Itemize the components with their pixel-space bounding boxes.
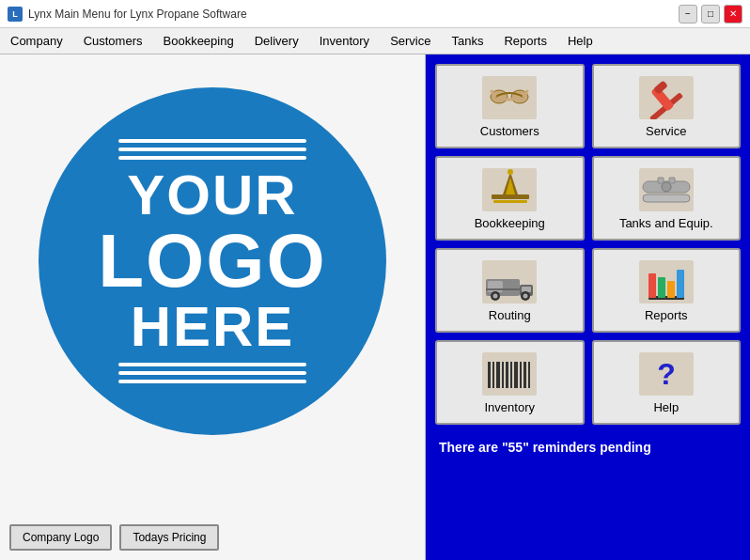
svg-point-14 xyxy=(508,169,513,175)
logo-line-5 xyxy=(118,371,306,375)
app-icon: L xyxy=(8,7,23,22)
svg-point-29 xyxy=(523,293,528,298)
logo-line-4 xyxy=(118,363,306,366)
menu-tanks[interactable]: Tanks xyxy=(441,29,493,53)
svg-rect-12 xyxy=(492,194,529,199)
svg-rect-36 xyxy=(677,270,684,298)
svg-rect-25 xyxy=(522,287,531,292)
company-logo-button[interactable]: Company Logo xyxy=(9,524,112,551)
routing-icon xyxy=(481,259,538,304)
grid-row-1: Customers Service xyxy=(435,64,741,148)
svg-rect-45 xyxy=(520,362,522,388)
inventory-label: Inventory xyxy=(485,400,535,414)
logo-text-here: HERE xyxy=(131,299,295,355)
reports-label: Reports xyxy=(645,308,688,322)
tanks-icon xyxy=(638,167,695,212)
svg-rect-44 xyxy=(514,362,518,388)
logo-text-logo: LOGO xyxy=(98,224,327,299)
tanks-label: Tanks and Equip. xyxy=(619,216,713,230)
svg-rect-19 xyxy=(658,178,664,183)
svg-rect-39 xyxy=(492,362,494,388)
menu-company[interactable]: Company xyxy=(0,29,73,53)
window-title: Lynx Main Menu for Lynx Propane Software xyxy=(28,8,247,21)
menu-customers[interactable]: Customers xyxy=(73,29,153,53)
logo-line-6 xyxy=(118,380,306,383)
minimize-button[interactable]: − xyxy=(679,5,697,23)
reminders-text: There are "55" reminders pending xyxy=(435,436,741,459)
customers-icon xyxy=(481,75,538,120)
svg-rect-42 xyxy=(506,362,508,388)
service-label: Service xyxy=(646,124,686,138)
svg-line-4 xyxy=(492,94,495,96)
svg-rect-40 xyxy=(496,362,500,388)
reports-icon xyxy=(638,259,695,304)
svg-rect-43 xyxy=(510,362,512,388)
btn-inventory[interactable]: Inventory xyxy=(435,340,585,425)
svg-rect-46 xyxy=(523,362,526,388)
btn-service[interactable]: Service xyxy=(592,64,742,148)
btn-bookkeeping[interactable]: Bookkeeping xyxy=(435,156,585,241)
window-controls: − □ ✕ xyxy=(679,5,742,23)
btn-routing[interactable]: Routing xyxy=(435,248,585,333)
help-label: Help xyxy=(653,400,679,414)
menu-help[interactable]: Help xyxy=(557,29,603,53)
maximize-button[interactable]: □ xyxy=(701,5,720,23)
help-icon: ? xyxy=(638,351,695,397)
routing-label: Routing xyxy=(489,308,531,322)
btn-reports[interactable]: Reports xyxy=(592,248,742,333)
main-content: YOUR LOGO HERE Company Logo Todays Prici… xyxy=(0,54,750,560)
customers-label: Customers xyxy=(480,124,539,138)
svg-rect-38 xyxy=(488,362,491,388)
svg-rect-13 xyxy=(493,200,527,203)
logo-circle-outer: YOUR LOGO HERE xyxy=(39,87,386,435)
logo-text-your: YOUR xyxy=(127,167,297,224)
logo-lines-top xyxy=(118,139,306,160)
bookkeeping-label: Bookkeeping xyxy=(475,216,545,230)
svg-text:?: ? xyxy=(657,357,676,391)
svg-rect-20 xyxy=(669,178,675,183)
logo-line-1 xyxy=(118,139,306,143)
title-bar: L Lynx Main Menu for Lynx Propane Softwa… xyxy=(0,0,750,28)
grid-row-4: Inventory ? Help xyxy=(435,340,741,425)
menu-delivery[interactable]: Delivery xyxy=(244,29,309,53)
svg-rect-35 xyxy=(667,281,675,298)
inventory-icon xyxy=(481,351,538,397)
svg-rect-30 xyxy=(486,288,520,290)
btn-customers[interactable]: Customers xyxy=(435,64,585,148)
menu-bookkeeping[interactable]: Bookkeeping xyxy=(153,29,244,53)
todays-pricing-button[interactable]: Todays Pricing xyxy=(119,524,219,551)
grid-row-3: Routing Reports xyxy=(435,248,741,333)
svg-rect-41 xyxy=(502,362,504,388)
close-button[interactable]: ✕ xyxy=(724,5,742,23)
logo-lines-bottom xyxy=(118,363,306,383)
service-icon xyxy=(638,75,695,120)
menu-inventory[interactable]: Inventory xyxy=(309,29,380,53)
svg-line-6 xyxy=(523,94,526,96)
logo-line-3 xyxy=(118,156,306,160)
right-panel: Customers Service xyxy=(426,54,750,560)
menu-bar: Company Customers Bookkeeping Delivery I… xyxy=(0,28,750,54)
logo-line-2 xyxy=(118,148,306,151)
title-bar-left: L Lynx Main Menu for Lynx Propane Softwa… xyxy=(8,7,247,22)
grid-row-2: Bookkeeping Tanks and Equip. xyxy=(435,156,741,241)
logo-circle-inner: YOUR LOGO HERE xyxy=(53,101,372,421)
menu-service[interactable]: Service xyxy=(380,29,441,53)
svg-rect-17 xyxy=(643,194,690,202)
svg-rect-47 xyxy=(528,362,530,388)
btn-tanks[interactable]: Tanks and Equip. xyxy=(592,156,742,241)
svg-point-18 xyxy=(662,182,671,192)
svg-rect-34 xyxy=(658,277,665,298)
svg-rect-23 xyxy=(488,281,503,292)
menu-reports[interactable]: Reports xyxy=(493,29,557,53)
logo-area: YOUR LOGO HERE xyxy=(24,64,400,459)
bottom-buttons: Company Logo Todays Pricing xyxy=(9,524,219,551)
svg-rect-33 xyxy=(648,273,656,298)
btn-help[interactable]: ? Help xyxy=(592,340,742,425)
left-panel: YOUR LOGO HERE Company Logo Todays Prici… xyxy=(0,54,426,560)
svg-point-27 xyxy=(493,293,498,298)
bookkeeping-icon xyxy=(481,167,538,212)
